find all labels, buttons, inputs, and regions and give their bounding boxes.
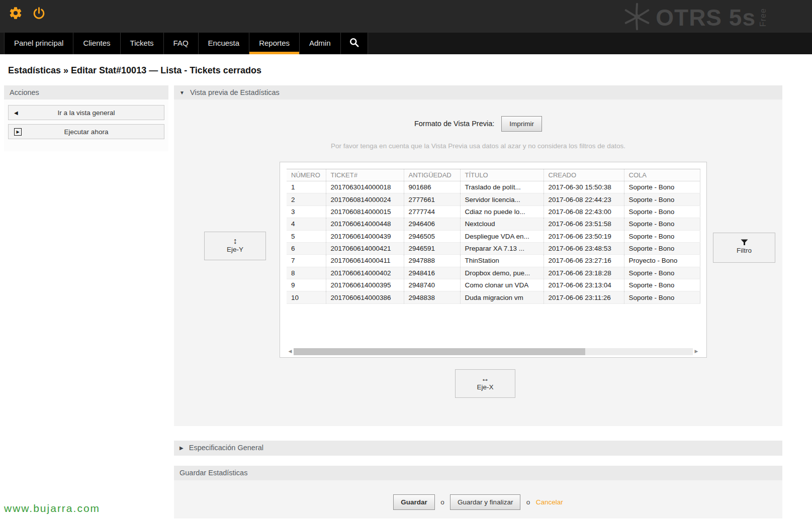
- table-cell: 2017060614000411: [326, 255, 404, 267]
- x-axis-button[interactable]: ↔ Eje-X: [455, 369, 515, 398]
- nav-item-panel-principal[interactable]: Panel principal: [4, 33, 73, 54]
- table-cell: 2017060614000439: [326, 230, 404, 242]
- filter-label: Filtro: [737, 247, 752, 254]
- scroll-right-arrow-icon[interactable]: ▶: [693, 348, 700, 355]
- table-cell: Soporte - Bono: [624, 242, 700, 254]
- preview-table-body: 12017063014000018901686Traslado de polít…: [287, 181, 700, 304]
- save-button[interactable]: Guardar: [393, 494, 435, 510]
- y-axis-button[interactable]: ↕ Eje-Y: [204, 232, 266, 260]
- nav-item-encuesta[interactable]: Encuesta: [199, 33, 250, 54]
- table-column-header: TÍTULO: [460, 169, 544, 181]
- preview-panel-header[interactable]: ▼ Vista previa de Estadísticas: [174, 85, 782, 99]
- table-column-header: COLA: [624, 169, 700, 181]
- nav-item-reportes[interactable]: Reportes: [249, 33, 300, 54]
- table-cell: Soporte - Bono: [624, 267, 700, 279]
- table-column-header: NÚMERO: [287, 169, 326, 181]
- table-cell: 2017-06-06 23:50:19: [544, 230, 624, 242]
- preferences-gear-icon[interactable]: [8, 6, 23, 21]
- table-cell: 2948838: [404, 291, 460, 303]
- table-cell: 9: [287, 279, 326, 291]
- run-now-label: Ejecutar ahora: [9, 128, 164, 136]
- table-cell: Como clonar un VDA: [460, 279, 544, 291]
- table-row: 320170608140000152777744Cdiaz no puede l…: [287, 205, 700, 218]
- table-cell: 3: [287, 205, 326, 218]
- table-cell: 6: [287, 242, 326, 254]
- table-cell: 2017-06-08 22:44:23: [544, 193, 624, 205]
- vertical-arrows-icon: ↕: [205, 237, 265, 246]
- go-to-overview-button[interactable]: ◀ Ir a la vista general: [8, 105, 164, 120]
- cancel-link[interactable]: Cancelar: [536, 498, 563, 506]
- scroll-left-arrow-icon[interactable]: ◀: [287, 348, 294, 355]
- save-section-body: Guardar o Guardar y finalizar o Cancelar: [174, 480, 782, 518]
- nav-item-clientes[interactable]: Clientes: [73, 33, 120, 54]
- top-bar: OTRS 5s Free: [0, 0, 812, 33]
- table-cell: 2017060614000395: [326, 279, 404, 291]
- preview-notice: Por favor tenga en cuenta que la Vista P…: [174, 142, 782, 150]
- save-section-header: Guardar Estadísticas: [174, 466, 782, 480]
- active-tab-indicator: [249, 52, 299, 54]
- actions-sidebar: Acciones ◀ Ir a la vista general ▶ Ejecu…: [4, 85, 168, 151]
- table-cell: 2017-06-06 23:11:26: [544, 291, 624, 303]
- filter-funnel-icon: [713, 238, 775, 247]
- table-cell: Proyecto - Bono: [624, 255, 700, 267]
- table-row: 820170606140004022948416Dropbox demo, pu…: [287, 267, 700, 279]
- table-header-row: NÚMEROTICKET#ANTIGÜEDADTÍTULOCREADOCOLA: [287, 169, 700, 181]
- table-row: 220170608140000242777661Servidor licenci…: [287, 193, 700, 205]
- table-cell: 7: [287, 255, 326, 267]
- horizontal-arrows-icon: ↔: [456, 374, 515, 383]
- go-to-overview-label: Ir a la vista general: [9, 109, 164, 117]
- table-row: 920170606140003952948740Como clonar un V…: [287, 279, 700, 291]
- preview-table-container: NÚMEROTICKET#ANTIGÜEDADTÍTULOCREADOCOLA …: [280, 162, 707, 358]
- table-cell: Soporte - Bono: [624, 193, 700, 205]
- table-cell: 2946406: [404, 218, 460, 230]
- format-label: Formato de Vista Previa:: [414, 120, 494, 128]
- table-cell: Soporte - Bono: [624, 205, 700, 218]
- table-cell: 2017-06-06 23:13:04: [544, 279, 624, 291]
- logout-power-icon[interactable]: [31, 6, 46, 21]
- table-cell: 2017060614000421: [326, 242, 404, 254]
- collapse-down-icon: ▼: [179, 90, 185, 95]
- play-icon: ▶: [14, 125, 22, 139]
- general-spec-header[interactable]: ▶ Especificación General: [174, 441, 782, 456]
- search-button[interactable]: [341, 33, 368, 54]
- nav-item-tickets[interactable]: Tickets: [121, 33, 164, 54]
- logo-free-label: Free: [759, 4, 768, 31]
- filter-button[interactable]: Filtro: [713, 233, 775, 263]
- general-spec-title: Especificación General: [189, 444, 263, 452]
- save-and-finish-button[interactable]: Guardar y finalizar: [450, 494, 520, 510]
- table-cell: 2947888: [404, 255, 460, 267]
- table-cell: 4: [287, 218, 326, 230]
- table-row: 1020170606140003862948838Duda migracion …: [287, 291, 700, 303]
- table-row: 520170606140004392946505Despliegue VDA e…: [287, 230, 700, 242]
- print-button[interactable]: Imprimir: [501, 116, 542, 132]
- scrollbar-thumb[interactable]: [294, 348, 585, 355]
- table-cell: 2017060814000024: [326, 193, 404, 205]
- run-now-button[interactable]: ▶ Ejecutar ahora: [8, 124, 164, 139]
- nav-item-faq[interactable]: FAQ: [164, 33, 199, 54]
- bujarra-watermark: www.bujarra.com: [4, 502, 100, 514]
- table-row: 620170606140004212946591Preparar XA 7.13…: [287, 242, 700, 254]
- table-cell: 2017-06-06 23:18:28: [544, 267, 624, 279]
- table-cell: 2: [287, 193, 326, 205]
- horizontal-scrollbar: ◀ ▶: [287, 348, 700, 355]
- table-cell: 1: [287, 181, 326, 193]
- table-cell: Duda migracion vm: [460, 291, 544, 303]
- scrollbar-track[interactable]: [294, 348, 693, 355]
- table-cell: 2017-06-06 23:51:58: [544, 218, 624, 230]
- table-cell: 2017-06-30 15:50:38: [544, 181, 624, 193]
- table-cell: 2017060614000448: [326, 218, 404, 230]
- table-cell: Soporte - Bono: [624, 291, 700, 303]
- x-axis-label: Eje-X: [477, 383, 493, 391]
- nav-item-admin[interactable]: Admin: [300, 33, 341, 54]
- table-cell: 2017-06-06 23:27:16: [544, 255, 624, 267]
- table-cell: 2946505: [404, 230, 460, 242]
- table-cell: 8: [287, 267, 326, 279]
- back-triangle-icon: ◀: [14, 106, 18, 120]
- table-cell: Cdiaz no puede lo...: [460, 205, 544, 218]
- table-row: 12017063014000018901686Traslado de polít…: [287, 181, 700, 193]
- table-cell: 2017-06-06 23:48:53: [544, 242, 624, 254]
- table-cell: 2017060614000386: [326, 291, 404, 303]
- otrs-star-icon: [621, 2, 653, 33]
- table-cell: 2948416: [404, 267, 460, 279]
- or-separator: o: [440, 498, 444, 506]
